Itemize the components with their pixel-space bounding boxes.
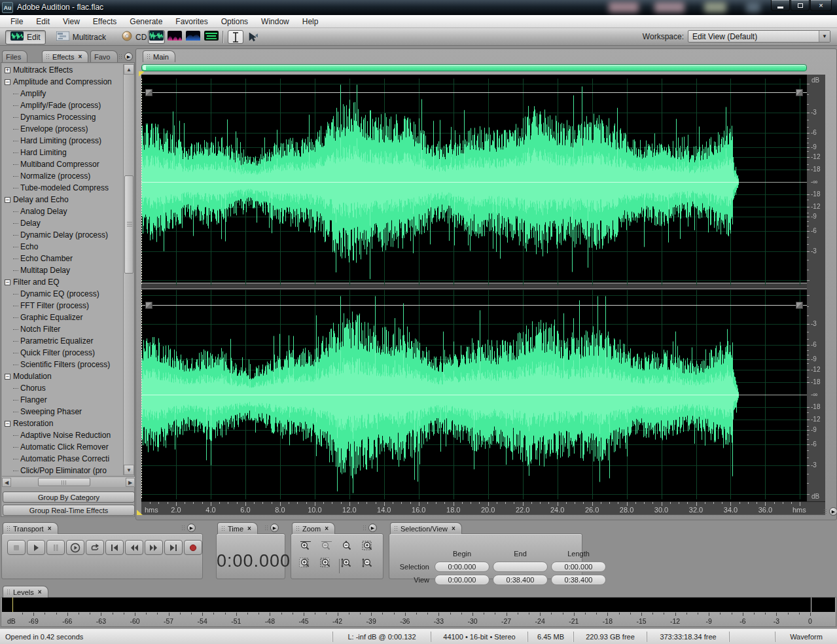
scroll-down-icon[interactable]: ▼	[124, 465, 134, 475]
menu-options[interactable]: Options	[215, 16, 255, 27]
db-ruler[interactable]	[807, 75, 825, 501]
menu-generate[interactable]: Generate	[123, 16, 169, 27]
go-to-beginning-button[interactable]	[105, 540, 124, 555]
edit-mode-button[interactable]: Edit	[5, 30, 46, 45]
go-to-end-button[interactable]	[164, 540, 183, 555]
close-button[interactable]: ×	[810, 0, 832, 11]
tree-item[interactable]: Echo Chamber	[2, 253, 124, 264]
tree-item[interactable]: Echo	[2, 241, 124, 253]
tree-category[interactable]: −Modulation	[2, 370, 124, 382]
tree-item[interactable]: Dynamics Processing	[2, 111, 124, 123]
play-from-cursor-button[interactable]	[66, 540, 84, 555]
expand-icon[interactable]: +	[5, 67, 10, 73]
scroll-left-icon[interactable]: ◀	[2, 478, 11, 487]
waveform-view-button[interactable]	[148, 30, 165, 44]
cursor-marker-bottom[interactable]	[137, 510, 143, 515]
zoom-out-vertically-button[interactable]	[359, 556, 377, 569]
close-icon[interactable]: ×	[38, 588, 42, 596]
close-icon[interactable]: ×	[452, 525, 455, 532]
collapse-icon[interactable]: −	[5, 79, 10, 85]
menu-edit[interactable]: Edit	[29, 16, 56, 27]
zoom-in-vertically-button[interactable]	[338, 556, 356, 569]
scrollbar-thumb[interactable]	[124, 175, 134, 274]
chevron-down-icon[interactable]: ▼	[819, 31, 830, 42]
tree-item[interactable]: Notch Filter	[2, 323, 124, 335]
zoom-to-selection-button[interactable]	[359, 539, 377, 552]
tab-main[interactable]: Main	[143, 50, 175, 62]
panel-menu-button[interactable]: ▶	[124, 52, 133, 61]
panel-menu-button[interactable]: ▶	[829, 507, 837, 516]
zoom-in-right-edge-button[interactable]	[317, 556, 335, 569]
minimize-button[interactable]	[771, 0, 790, 11]
workspace-dropdown[interactable]: Edit View (Default) ▼	[688, 30, 830, 43]
play-looped-button[interactable]	[86, 540, 104, 555]
tree-category[interactable]: +Multitrack Effects	[2, 64, 124, 76]
tab-levels[interactable]: Levels ×	[3, 586, 48, 598]
selection-end-field[interactable]	[493, 562, 548, 572]
overview-left-handle[interactable]	[143, 65, 146, 70]
view-end-field[interactable]: 0:38.400	[493, 575, 548, 585]
view-length-field[interactable]: 0:38.400	[551, 575, 606, 585]
zoom-in-left-edge-button[interactable]	[296, 556, 314, 569]
group-real-time-effects-button[interactable]: Group Real-Time Effects	[3, 505, 135, 516]
time-selection-tool[interactable]	[228, 30, 243, 44]
cd-mode-button[interactable]: CD	[116, 30, 152, 45]
collapse-icon[interactable]: −	[5, 374, 10, 380]
tree-item[interactable]: Click/Pop Eliminator (pro	[2, 465, 124, 475]
tree-item[interactable]: Multiband Compressor	[2, 158, 124, 170]
tab-time[interactable]: Time ×	[217, 522, 258, 534]
close-icon[interactable]: ×	[78, 53, 82, 60]
tree-item[interactable]: Normalize (process)	[2, 170, 124, 182]
spectral-frequency-view-button[interactable]	[166, 30, 183, 44]
tree-item[interactable]: FFT Filter (process)	[2, 300, 124, 312]
tab-zoom[interactable]: Zoom ×	[292, 522, 335, 534]
zoom-in-horizontally-button[interactable]	[296, 539, 314, 552]
tree-item[interactable]: Amplify	[2, 88, 124, 99]
stop-button[interactable]	[7, 540, 26, 555]
zoom-out-horizontally-button[interactable]	[317, 539, 335, 552]
collapse-icon[interactable]: −	[5, 197, 10, 203]
menu-effects[interactable]: Effects	[86, 16, 123, 27]
tree-item[interactable]: Adaptive Noise Reduction	[2, 429, 124, 441]
tree-item[interactable]: Scientific Filters (process)	[2, 359, 124, 370]
panel-menu-button[interactable]: ▶	[270, 524, 279, 532]
menu-favorites[interactable]: Favorites	[169, 16, 214, 27]
tree-item[interactable]: Hard Limiting (process)	[2, 135, 124, 147]
tree-item[interactable]: Amplify/Fade (process)	[2, 99, 124, 111]
tree-item[interactable]: Flanger	[2, 394, 124, 406]
restore-button[interactable]	[791, 0, 810, 11]
multitrack-mode-button[interactable]: Multitrack	[51, 30, 111, 45]
tree-item[interactable]: Hard Limiting	[2, 147, 124, 158]
view-begin-field[interactable]: 0:00.000	[435, 575, 490, 585]
level-meter[interactable]	[2, 598, 835, 612]
tree-item[interactable]: Automatic Click Remover	[2, 441, 124, 453]
tab-transport[interactable]: Transport ×	[3, 522, 58, 534]
tree-item[interactable]: Multitap Delay	[2, 264, 124, 276]
horizontal-scrollbar[interactable]: ◀ ▶	[2, 476, 135, 487]
tree-item[interactable]: Sweeping Phaser	[2, 406, 124, 418]
spectral-pan-view-button[interactable]	[185, 30, 202, 44]
scroll-right-icon[interactable]: ▶	[126, 478, 135, 487]
timeline-ruler[interactable]	[141, 501, 825, 515]
tree-item[interactable]: Analog Delay	[2, 206, 124, 217]
tab-effects[interactable]: Effects ×	[42, 50, 88, 62]
menu-view[interactable]: View	[56, 16, 86, 27]
tree-category[interactable]: −Amplitude and Compression	[2, 76, 124, 88]
vertical-scrollbar[interactable]: ▲ ▼	[123, 64, 134, 475]
zoom-out-full-button[interactable]	[338, 539, 356, 552]
tree-item[interactable]: Parametric Equalizer	[2, 335, 124, 347]
rewind-button[interactable]	[125, 540, 143, 555]
tree-category[interactable]: −Restoration	[2, 418, 124, 429]
tree-item[interactable]: Automatic Phase Correcti	[2, 453, 124, 465]
tree-item[interactable]: Delay	[2, 217, 124, 229]
group-by-category-button[interactable]: Group By Category	[3, 492, 135, 503]
tab-favorites[interactable]: Favo	[90, 50, 118, 62]
tree-item[interactable]: Chorus	[2, 382, 124, 394]
tree-item[interactable]: Envelope (process)	[2, 123, 124, 135]
collapse-icon[interactable]: −	[5, 421, 10, 427]
tree-category[interactable]: −Delay and Echo	[2, 194, 124, 206]
fast-forward-button[interactable]	[145, 540, 163, 555]
spectral-phase-view-button[interactable]	[203, 30, 220, 44]
scroll-up-icon[interactable]: ▲	[124, 64, 134, 75]
pause-button[interactable]	[46, 540, 65, 555]
